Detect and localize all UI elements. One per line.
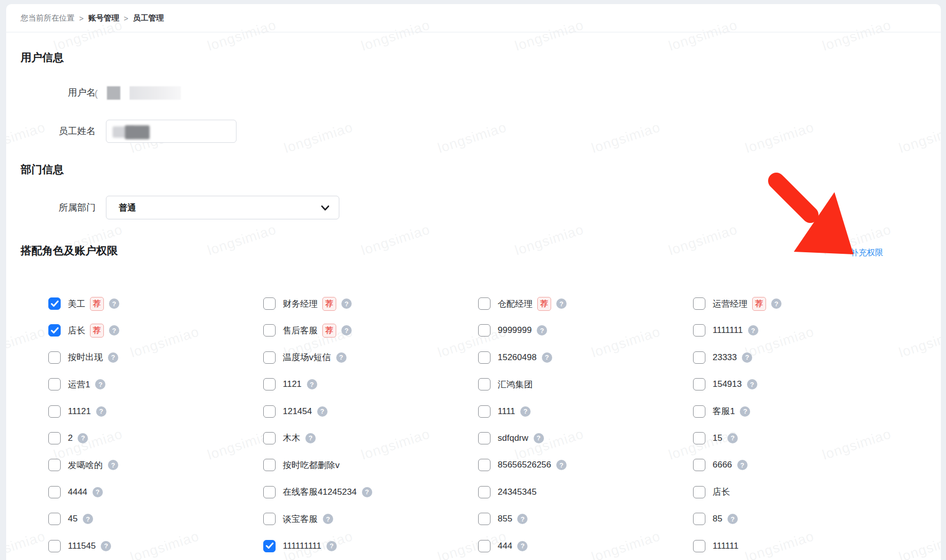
role-checkbox[interactable] [48, 405, 61, 418]
role-checkbox[interactable] [48, 540, 61, 552]
help-icon[interactable]: ? [341, 298, 352, 309]
help-icon[interactable]: ? [556, 298, 567, 309]
help-icon[interactable]: ? [83, 514, 93, 524]
role-checkbox[interactable] [478, 540, 490, 552]
help-icon[interactable]: ? [317, 406, 328, 417]
role-checkbox[interactable] [263, 351, 276, 364]
username-redacted-block [130, 86, 181, 100]
role-checkbox[interactable] [478, 378, 490, 390]
role-label: 温度场v短信 [283, 351, 331, 363]
help-icon[interactable]: ? [727, 514, 738, 524]
recommend-badge: 荐 [752, 297, 766, 311]
help-icon[interactable]: ? [109, 325, 119, 335]
role-checkbox[interactable] [263, 324, 276, 337]
breadcrumb-item-account-management[interactable]: 账号管理 [88, 13, 119, 23]
employee-name-label: 员工姓名 [13, 125, 96, 137]
role-checkbox[interactable] [693, 432, 705, 444]
role-checkbox[interactable] [478, 513, 490, 525]
role-checkbox[interactable] [48, 513, 61, 525]
help-icon[interactable]: ? [556, 460, 567, 470]
help-icon[interactable]: ? [323, 514, 333, 524]
role-checkbox[interactable] [478, 351, 490, 364]
supplement-permissions-link[interactable]: 补充权限 [850, 248, 883, 258]
role-checkbox[interactable] [693, 513, 705, 525]
role-checkbox[interactable] [263, 513, 276, 525]
role-checkbox[interactable] [263, 432, 276, 444]
role-item: 售后客服 荐 ? [263, 324, 478, 337]
role-checkbox[interactable] [263, 405, 276, 418]
role-checkbox[interactable] [263, 459, 276, 471]
role-label: 发噶啥的 [68, 459, 103, 471]
role-label: 111111111 [283, 541, 321, 551]
help-icon[interactable]: ? [341, 325, 352, 335]
role-checkbox[interactable] [48, 324, 61, 337]
role-checkbox[interactable] [693, 486, 705, 498]
role-item: 111545 ? [48, 539, 263, 553]
help-icon[interactable]: ? [740, 406, 750, 417]
role-item: 855 ? [478, 512, 693, 526]
help-icon[interactable]: ? [727, 433, 738, 443]
help-icon[interactable]: ? [520, 406, 531, 417]
department-select[interactable]: 普通 [106, 196, 339, 219]
role-checkbox[interactable] [48, 378, 61, 390]
role-item: 1111111 ? [693, 324, 908, 337]
role-item: 财务经理 荐 ? [263, 297, 478, 310]
help-icon[interactable]: ? [747, 379, 757, 389]
role-checkbox[interactable] [48, 432, 61, 444]
role-checkbox[interactable] [693, 324, 705, 337]
help-icon[interactable]: ? [307, 379, 317, 389]
role-checkbox[interactable] [693, 540, 705, 552]
role-checkbox[interactable] [263, 540, 276, 552]
help-icon[interactable]: ? [742, 352, 752, 363]
role-checkbox[interactable] [48, 351, 61, 364]
help-icon[interactable]: ? [534, 433, 544, 443]
role-label: 855 [498, 514, 512, 524]
help-icon[interactable]: ? [737, 460, 748, 470]
role-checkbox[interactable] [478, 324, 490, 337]
role-checkbox[interactable] [693, 297, 705, 310]
help-icon[interactable]: ? [517, 541, 527, 551]
role-checkbox[interactable] [263, 297, 276, 310]
role-checkbox[interactable] [48, 297, 61, 310]
help-icon[interactable]: ? [109, 298, 119, 309]
help-icon[interactable]: ? [108, 460, 118, 470]
role-checkbox[interactable] [478, 297, 490, 310]
help-icon[interactable]: ? [336, 352, 347, 363]
help-icon[interactable]: ? [96, 406, 106, 417]
help-icon[interactable]: ? [517, 514, 527, 524]
role-checkbox[interactable] [478, 432, 490, 444]
help-icon[interactable]: ? [305, 433, 316, 443]
help-icon[interactable]: ? [771, 298, 781, 309]
role-checkbox[interactable] [263, 378, 276, 390]
help-icon[interactable]: ? [93, 487, 103, 497]
username-paren: ( [95, 88, 98, 99]
role-checkbox[interactable] [693, 378, 705, 390]
role-item: 24345345 [478, 486, 693, 499]
role-label: 121454 [283, 406, 312, 417]
role-label: 仓配经理 [498, 298, 533, 310]
role-checkbox[interactable] [48, 459, 61, 471]
role-checkbox[interactable] [693, 351, 705, 364]
help-icon[interactable]: ? [108, 352, 118, 363]
role-item: 45 ? [48, 512, 263, 526]
role-checkbox[interactable] [478, 459, 490, 471]
breadcrumb-item-employee-management[interactable]: 员工管理 [133, 13, 164, 23]
role-checkbox[interactable] [48, 486, 61, 498]
recommend-badge: 荐 [90, 324, 104, 338]
help-icon[interactable]: ? [748, 325, 758, 335]
help-icon[interactable]: ? [542, 352, 552, 363]
role-label: 15260498 [498, 352, 537, 363]
help-icon[interactable]: ? [95, 379, 105, 389]
role-checkbox[interactable] [693, 405, 705, 418]
employee-name-input[interactable] [106, 120, 236, 143]
help-icon[interactable]: ? [101, 541, 111, 551]
role-checkbox[interactable] [693, 459, 705, 471]
username-label: 用户名 [13, 86, 96, 99]
role-checkbox[interactable] [478, 405, 490, 418]
help-icon[interactable]: ? [326, 541, 337, 551]
help-icon[interactable]: ? [537, 325, 547, 335]
role-checkbox[interactable] [263, 486, 276, 498]
role-checkbox[interactable] [478, 486, 490, 498]
help-icon[interactable]: ? [78, 433, 88, 443]
help-icon[interactable]: ? [362, 487, 372, 497]
